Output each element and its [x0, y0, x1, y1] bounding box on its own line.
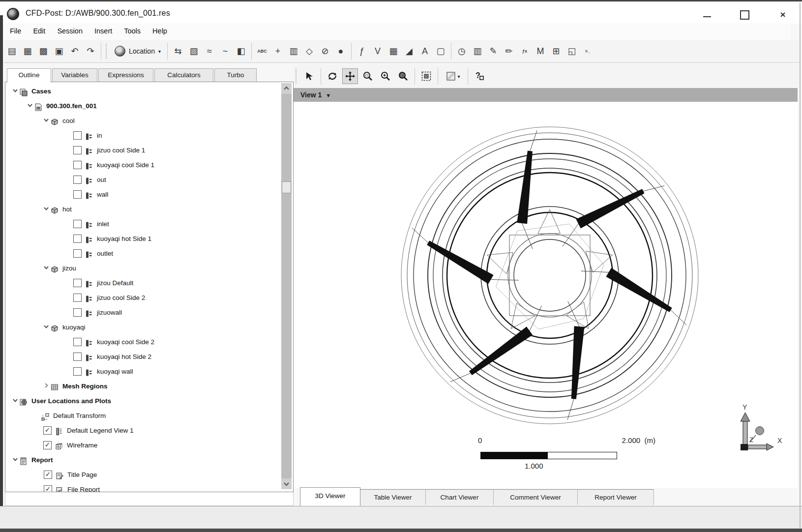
tree-row[interactable]: jizuo cool Side 2 — [5, 290, 281, 305]
tree-row[interactable]: ✓File Report — [5, 482, 281, 492]
tree-row[interactable]: hot — [5, 202, 281, 216]
menu-file[interactable]: File — [4, 24, 27, 38]
tab-chart-viewer[interactable]: Chart Viewer — [426, 490, 494, 505]
clip-plane-icon[interactable]: ⊘ — [318, 44, 332, 58]
tree-row[interactable]: outlet — [5, 246, 281, 261]
scroll-up-button[interactable] — [281, 83, 292, 94]
tree-row[interactable]: wall — [5, 187, 281, 202]
sphere-icon[interactable]: ● — [334, 44, 348, 58]
save-picture-icon[interactable]: ▩ — [36, 44, 50, 58]
command-editor-icon[interactable]: >_ — [581, 44, 594, 58]
tree-row[interactable]: kuoyaqi — [5, 320, 281, 334]
tree-row[interactable]: jizou Default — [5, 275, 281, 290]
case-comparison-icon[interactable]: ◱ — [565, 44, 579, 58]
expand-arrow-icon[interactable] — [11, 84, 19, 99]
redo-icon[interactable]: ↷ — [84, 44, 97, 58]
tab-outline[interactable]: Outline — [7, 68, 51, 83]
visibility-checkbox[interactable] — [73, 308, 82, 317]
streamline-icon[interactable]: ≈ — [203, 44, 216, 58]
tab-report-viewer[interactable]: Report Viewer — [578, 490, 654, 505]
view-header-bar[interactable]: View 1▼ — [294, 88, 798, 102]
close-button[interactable]: × — [776, 9, 790, 21]
menu-help[interactable]: Help — [147, 24, 173, 38]
visibility-checkbox[interactable] — [73, 338, 82, 346]
mesh-calculator-icon[interactable]: ⊞ — [549, 44, 563, 58]
visibility-checkbox[interactable] — [73, 220, 82, 228]
undo-icon[interactable]: ↶ — [68, 44, 82, 58]
quick-editor-icon[interactable]: ✎ — [486, 44, 500, 58]
figure-icon[interactable]: ▢ — [434, 44, 447, 58]
point-icon[interactable]: + — [271, 44, 285, 58]
tab-3d-viewer[interactable]: 3D Viewer — [300, 487, 360, 506]
expand-arrow-icon[interactable] — [42, 202, 50, 217]
chart-icon[interactable]: ◢ — [402, 44, 416, 58]
particle-track-icon[interactable]: ~ — [218, 44, 232, 58]
tree-row[interactable]: jizou — [5, 261, 281, 275]
timestep-selector-icon[interactable]: ◷ — [455, 44, 469, 58]
location-dropdown-button[interactable]: Location▾ — [111, 44, 165, 59]
tree-row[interactable]: 900.300.fen_001 — [5, 98, 281, 113]
collapse-arrow-icon[interactable] — [42, 379, 50, 394]
visibility-checkbox[interactable] — [73, 176, 82, 184]
menu-insert[interactable]: Insert — [89, 24, 118, 38]
expand-arrow-icon[interactable] — [26, 99, 34, 114]
scrollbar-thumb[interactable] — [282, 181, 291, 193]
tree-row[interactable]: kuoyaqi hot Side 2 — [5, 349, 281, 364]
expression-icon[interactable]: ƒ — [355, 44, 369, 58]
select-icon[interactable] — [301, 68, 317, 84]
fit-view-icon[interactable] — [418, 68, 434, 84]
background-color-icon[interactable]: ▾ — [442, 68, 464, 84]
tree-row[interactable]: jizuowall — [5, 305, 281, 320]
snapshot-icon[interactable]: ▣ — [52, 44, 66, 58]
variable-icon[interactable]: V — [371, 44, 385, 58]
tree-row[interactable]: Cases — [5, 84, 281, 98]
vector-icon[interactable]: ⇆ — [171, 44, 185, 58]
comment-icon[interactable]: A — [418, 44, 432, 58]
visibility-checkbox[interactable]: ✓ — [44, 485, 52, 492]
tree-row[interactable]: Default Transform — [5, 408, 281, 423]
function-calculator-icon[interactable]: ƒx — [518, 44, 532, 58]
viewer-help-icon[interactable] — [472, 68, 487, 84]
visibility-checkbox[interactable] — [73, 367, 82, 376]
tree-row[interactable]: ✓Default Legend View 1 — [5, 423, 281, 438]
tree-row[interactable]: cool — [5, 113, 281, 128]
visibility-checkbox[interactable] — [73, 190, 82, 199]
3d-viewport[interactable]: 0 2.000 (m) 1.000 Y X Z — [294, 102, 798, 488]
scroll-down-button[interactable] — [281, 478, 292, 489]
zoom-area-icon[interactable] — [395, 68, 411, 84]
tree-row[interactable]: ✓Title Page — [5, 467, 281, 482]
tree-row[interactable]: kuoyaqi hot Side 1 — [5, 231, 281, 246]
expand-arrow-icon[interactable] — [42, 114, 50, 128]
instance-transform-icon[interactable]: ◇ — [302, 44, 316, 58]
expand-arrow-icon[interactable] — [42, 261, 50, 276]
tree-row[interactable]: kuoyaqi cool Side 1 — [5, 157, 281, 172]
maximize-button[interactable] — [738, 9, 751, 21]
rotate-icon[interactable] — [325, 68, 340, 84]
tab-variables[interactable]: Variables — [52, 68, 97, 82]
zoom-in-icon[interactable] — [378, 68, 393, 84]
visibility-checkbox[interactable] — [73, 294, 82, 302]
probe-icon[interactable]: ✏ — [502, 44, 516, 58]
tree-row[interactable]: in — [5, 128, 281, 143]
menu-edit[interactable]: Edit — [27, 24, 51, 38]
visibility-checkbox[interactable] — [73, 279, 82, 287]
visibility-checkbox[interactable] — [73, 353, 82, 361]
tree-row[interactable]: kuoyaqi wall — [5, 364, 281, 379]
visibility-checkbox[interactable] — [73, 235, 82, 243]
visibility-checkbox[interactable]: ✓ — [43, 441, 52, 449]
tab-turbo[interactable]: Turbo — [214, 68, 257, 82]
save-state-icon[interactable]: ▦ — [21, 44, 34, 58]
visibility-checkbox[interactable] — [73, 146, 82, 154]
visibility-checkbox[interactable] — [73, 131, 82, 140]
tab-table-viewer[interactable]: Table Viewer — [360, 490, 426, 505]
animation-icon[interactable]: ▥ — [471, 44, 484, 58]
expand-arrow-icon[interactable] — [11, 394, 19, 409]
tab-calculators[interactable]: Calculators — [154, 68, 213, 82]
menu-session[interactable]: Session — [51, 24, 89, 38]
table-icon[interactable]: ▦ — [386, 44, 400, 58]
expand-arrow-icon[interactable] — [42, 320, 50, 335]
tree-row[interactable]: Mesh Regions — [5, 379, 281, 393]
tab-expressions[interactable]: Expressions — [98, 68, 153, 82]
text-icon[interactable]: ABC — [255, 44, 269, 58]
menu-tools[interactable]: Tools — [118, 24, 147, 38]
